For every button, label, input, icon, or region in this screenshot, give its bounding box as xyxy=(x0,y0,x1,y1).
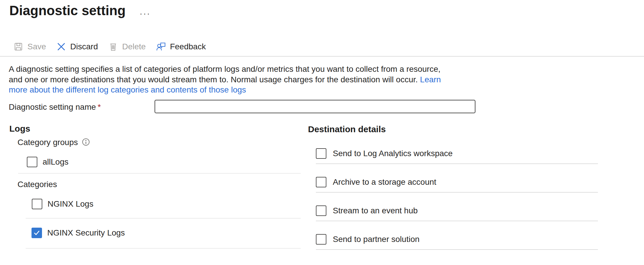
alllogs-row: allLogs xyxy=(27,157,69,167)
info-icon xyxy=(82,138,90,147)
nginx-logs-label: NGINX Logs xyxy=(48,199,93,209)
send-to-log-analytics-label: Send to Log Analytics workspace xyxy=(333,149,453,158)
save-icon xyxy=(13,41,24,52)
description-line-1: A diagnostic setting specifies a list of… xyxy=(9,64,441,74)
stream-to-event-hub-row: Stream to an event hub xyxy=(316,205,418,216)
archive-to-storage-row: Archive to a storage account xyxy=(316,177,436,187)
stream-to-event-hub-checkbox[interactable] xyxy=(316,205,326,216)
nginx-logs-row: NGINX Logs xyxy=(32,199,93,209)
nginx-logs-divider xyxy=(26,218,301,219)
name-label-text: Diagnostic setting name xyxy=(9,102,96,111)
nginx-security-logs-label: NGINX Security Logs xyxy=(47,228,125,238)
alllogs-checkbox[interactable] xyxy=(27,157,37,167)
archive-to-storage-checkbox[interactable] xyxy=(316,177,326,187)
ellipsis-icon: ··· xyxy=(139,8,150,19)
alllogs-label: allLogs xyxy=(43,157,69,167)
discard-label: Discard xyxy=(70,42,98,51)
learn-more-link[interactable]: Learn xyxy=(420,75,441,84)
category-groups-label: Category groups xyxy=(18,138,78,147)
stream-to-event-hub-label: Stream to an event hub xyxy=(333,206,418,215)
feedback-label: Feedback xyxy=(170,42,206,51)
command-bar: Save Discard Delete xyxy=(13,40,206,54)
learn-more-link-continued[interactable]: more about the different log categories … xyxy=(9,85,246,94)
diagnostic-setting-name-input[interactable] xyxy=(155,100,475,113)
destination-divider-4 xyxy=(316,249,598,250)
description-line-3: more about the different log categories … xyxy=(9,85,441,95)
description-line-2: and one or more destinations that you wo… xyxy=(9,74,441,85)
logs-heading: Logs xyxy=(9,124,30,134)
send-to-partner-solution-row: Send to partner solution xyxy=(316,234,419,245)
category-groups-info-button[interactable] xyxy=(82,138,90,147)
save-label: Save xyxy=(27,42,46,51)
discard-button[interactable]: Discard xyxy=(56,41,98,52)
checkmark-icon xyxy=(32,229,41,237)
toolbar-divider xyxy=(0,56,644,57)
logs-group-divider xyxy=(18,173,301,174)
page-title: Diagnostic setting xyxy=(9,2,126,19)
diagnostic-setting-name-label: Diagnostic setting name* xyxy=(9,102,101,112)
feedback-button[interactable]: Feedback xyxy=(156,41,206,52)
discard-x-icon xyxy=(56,41,66,52)
categories-label: Categories xyxy=(18,180,57,189)
send-to-log-analytics-checkbox[interactable] xyxy=(316,148,326,159)
description-text: A diagnostic setting specifies a list of… xyxy=(9,64,441,95)
send-to-partner-solution-checkbox[interactable] xyxy=(316,234,326,245)
required-asterisk: * xyxy=(98,102,101,111)
nginx-security-logs-checkbox[interactable] xyxy=(32,228,42,238)
nginx-security-logs-divider xyxy=(26,248,301,249)
diagnostic-setting-page: Diagnostic setting ··· Save Discard xyxy=(0,0,644,265)
delete-trash-icon xyxy=(108,41,118,52)
send-to-partner-solution-label: Send to partner solution xyxy=(333,235,419,244)
save-button[interactable]: Save xyxy=(13,41,46,52)
category-groups-row: Category groups xyxy=(18,138,90,147)
send-to-log-analytics-row: Send to Log Analytics workspace xyxy=(316,148,453,159)
archive-to-storage-label: Archive to a storage account xyxy=(333,177,436,187)
feedback-person-icon xyxy=(156,41,166,52)
nginx-logs-checkbox[interactable] xyxy=(32,199,42,209)
delete-label: Delete xyxy=(122,42,146,51)
description-line-2-text: and one or more destinations that you wo… xyxy=(9,75,418,84)
more-options-button[interactable]: ··· xyxy=(138,8,152,19)
delete-button[interactable]: Delete xyxy=(108,41,146,52)
destination-details-heading: Destination details xyxy=(308,124,386,134)
destination-divider-1 xyxy=(316,163,598,164)
nginx-security-logs-row: NGINX Security Logs xyxy=(32,228,125,238)
destination-divider-3 xyxy=(316,221,598,221)
destination-divider-2 xyxy=(316,192,598,193)
